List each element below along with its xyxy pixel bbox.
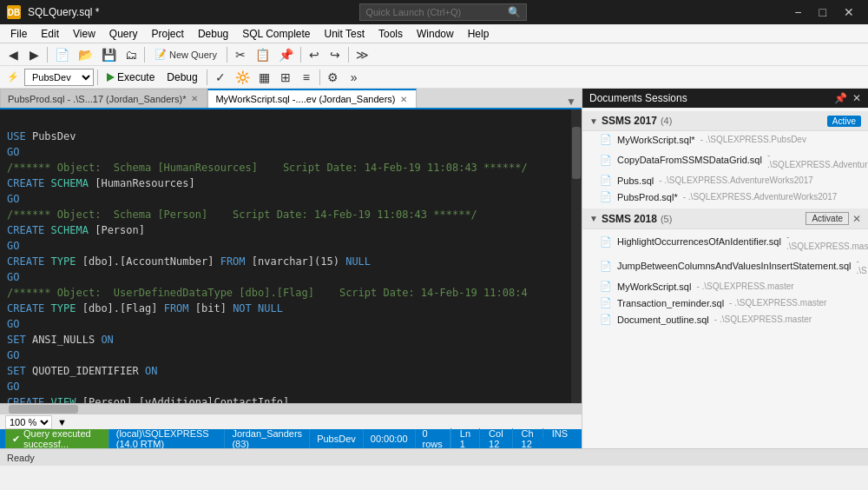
ssms2017-doc-0[interactable]: 📄 MyWorkScript.sql* - .\SQLEXPRESS.PubsD… xyxy=(582,131,868,148)
menu-file[interactable]: File xyxy=(3,26,34,42)
ssms2017-title: SSMS 2017 xyxy=(602,115,657,127)
options-button[interactable]: ⚙ xyxy=(324,68,343,87)
ssms2018-doc-1[interactable]: 📄 JumpBetweenColumnsAndValuesInInsertSta… xyxy=(582,254,868,278)
menu-edit[interactable]: Edit xyxy=(34,26,66,42)
grid-button[interactable]: ▦ xyxy=(255,68,274,87)
menu-tools[interactable]: Tools xyxy=(372,26,410,42)
tab-pubsprod-close[interactable]: ✕ xyxy=(189,93,200,104)
ssms2017-badge: Active xyxy=(827,116,861,127)
ssms2018-header[interactable]: ▼ SSMS 2018 (5) Activate ✕ xyxy=(582,209,868,229)
ssms2018-doc-2[interactable]: 📄 MyWorkScript.sql - .\SQLEXPRESS.master xyxy=(582,278,868,295)
copy-button[interactable]: 📋 xyxy=(252,45,273,64)
ssms2017-arrow: ▼ xyxy=(589,116,598,126)
zoom-bar: 100 % ▼ xyxy=(0,414,582,429)
ssms2017-doc-1[interactable]: 📄 CopyDataFromSSMSDataGrid.sql - .\SQLEX… xyxy=(582,148,868,172)
vertical-scrollbar[interactable] xyxy=(571,109,582,403)
menu-view[interactable]: View xyxy=(66,26,102,42)
open-button[interactable]: 📂 xyxy=(75,45,96,64)
database-dropdown[interactable]: PubsDev xyxy=(24,69,94,86)
title-bar: DB SQLQuery.sql * 🔍 − □ ✕ xyxy=(0,0,868,24)
close-button[interactable]: ✕ xyxy=(837,3,861,21)
ssms2017-doc-2[interactable]: 📄 Pubs.sql - .\SQLEXPRESS.AdventureWorks… xyxy=(582,172,868,189)
new-file-button[interactable]: 📄 xyxy=(51,45,73,64)
menu-query[interactable]: Query xyxy=(102,26,145,42)
highlight-button[interactable]: 🔆 xyxy=(232,68,253,87)
connect-button[interactable]: ⚡ xyxy=(3,68,23,87)
doc-name-0: MyWorkScript.sql* xyxy=(617,135,695,145)
tab-menu-button[interactable]: ▼ xyxy=(561,96,582,108)
h-scroll-track[interactable] xyxy=(0,405,582,414)
forward-button[interactable]: ▶ xyxy=(24,45,43,64)
quick-launch-search[interactable]: 🔍 xyxy=(359,3,527,21)
h-scroll-thumb[interactable] xyxy=(9,405,78,414)
menu-project[interactable]: Project xyxy=(145,26,191,42)
minimize-button[interactable]: − xyxy=(787,3,808,21)
ssms2018-doc-3[interactable]: 📄 Transaction_reminder.sql - .\SQLEXPRES… xyxy=(582,295,868,311)
docs-pin-button[interactable]: 📌 xyxy=(834,92,847,104)
maximize-button[interactable]: □ xyxy=(812,3,833,21)
ssms2017-header[interactable]: ▼ SSMS 2017 (4) Active xyxy=(582,111,868,131)
horizontal-scrollbar[interactable] xyxy=(0,403,582,414)
ssms2018-activate-button[interactable]: Activate xyxy=(806,212,849,225)
ins-text: INS xyxy=(552,428,568,439)
status-user: Jordan_Sanders (83) xyxy=(225,429,310,448)
ssms2018-close-button[interactable]: ✕ xyxy=(852,213,861,225)
undo-button[interactable]: ↩ xyxy=(305,45,324,64)
doc2-name-2: MyWorkScript.sql xyxy=(617,281,691,292)
more2-button[interactable]: » xyxy=(345,68,364,87)
paste-button[interactable]: 📌 xyxy=(275,45,297,64)
tab-pubsprod[interactable]: PubsProd.sql - .\S...17 (Jordan_Sanders)… xyxy=(0,89,207,108)
new-query-button[interactable]: 📝 New Query xyxy=(148,45,223,64)
doc-icon-3: 📄 xyxy=(600,191,612,202)
toolbar-1: ◀ ▶ 📄 📂 💾 🗂 📝 New Query ✂ 📋 📌 ↩ ↪ ≫ xyxy=(0,43,868,66)
menu-debug[interactable]: Debug xyxy=(191,26,235,42)
menu-window[interactable]: Window xyxy=(410,26,461,42)
toolbar-2: ⚡ PubsDev Execute Debug ✓ 🔆 ▦ ⊞ ≡ ⚙ » xyxy=(0,66,868,89)
debug-label[interactable]: Debug xyxy=(161,71,202,83)
redo-button[interactable]: ↪ xyxy=(326,45,345,64)
sep-5 xyxy=(348,47,349,63)
tab-myworkscript-close[interactable]: ✕ xyxy=(398,94,409,105)
more-button[interactable]: ≫ xyxy=(352,45,372,64)
menu-help[interactable]: Help xyxy=(461,26,496,42)
ssms2017-doc-3[interactable]: 📄 PubsProd.sql* - .\SQLEXPRESS.Adventure… xyxy=(582,189,868,205)
doc-icon-1: 📄 xyxy=(600,155,612,166)
format-button[interactable]: ≡ xyxy=(297,68,316,87)
save-all-button[interactable]: 🗂 xyxy=(122,45,141,64)
col-text: Col 12 xyxy=(489,428,503,448)
doc-path-0: - .\SQLEXPRESS.PubsDev xyxy=(700,135,806,144)
doc2-icon-2: 📄 xyxy=(600,281,612,292)
status-ln: Ln 1 xyxy=(450,428,479,448)
ln-text: Ln 1 xyxy=(460,428,470,448)
sep-tb2-2 xyxy=(207,70,207,85)
quick-launch-input[interactable] xyxy=(365,7,504,17)
tab-myworkscript[interactable]: MyWorkScript.sql -....ev (Jordan_Sanders… xyxy=(207,89,417,108)
align-button[interactable]: ⊞ xyxy=(276,68,295,87)
code-editor[interactable]: USE PubsDev GO /****** Object: Schema [H… xyxy=(0,109,582,403)
zoom-dropdown[interactable]: 100 % xyxy=(5,415,52,429)
status-time: 00:00:00 xyxy=(364,429,416,448)
window-controls: − □ ✕ xyxy=(787,3,861,21)
tab-pubsprod-label: PubsProd.sql - .\S...17 (Jordan_Sanders)… xyxy=(8,94,186,104)
status-user-text: Jordan_Sanders (83) xyxy=(232,428,302,448)
status-server: (local)\SQLEXPRESS (14.0 RTM) xyxy=(109,429,226,448)
doc2-icon-3: 📄 xyxy=(600,297,612,308)
execute-button[interactable]: Execute xyxy=(102,70,160,85)
doc-path-2: - .\SQLEXPRESS.AdventureWorks2017 xyxy=(659,175,813,185)
status-ins: INS xyxy=(542,428,576,439)
check-button[interactable]: ✓ xyxy=(211,68,230,87)
back-button[interactable]: ◀ xyxy=(3,45,23,64)
ssms2018-title: SSMS 2018 xyxy=(602,213,657,225)
ssms2018-doc-0[interactable]: 📄 HighlightOccurrencesOfAnIdentifier.sql… xyxy=(582,229,868,254)
status-server-text: (local)\SQLEXPRESS (14.0 RTM) xyxy=(116,428,218,448)
menu-unit-test[interactable]: Unit Test xyxy=(318,26,372,42)
docs-close-button[interactable]: ✕ xyxy=(852,92,861,104)
cut-button[interactable]: ✂ xyxy=(231,45,250,64)
save-button[interactable]: 💾 xyxy=(98,45,120,64)
menu-sql-complete[interactable]: SQL Complete xyxy=(235,26,317,42)
ssms2018-doc-4[interactable]: 📄 Document_outline.sql - .\SQLEXPRESS.ma… xyxy=(582,311,868,328)
status-rows-text: 0 rows xyxy=(423,428,443,448)
docs-panel-title: Documents Sessions xyxy=(589,92,687,104)
ssms2017-group: ▼ SSMS 2017 (4) Active 📄 MyWorkScript.sq… xyxy=(582,111,868,205)
scrollbar-thumb[interactable] xyxy=(572,127,581,179)
